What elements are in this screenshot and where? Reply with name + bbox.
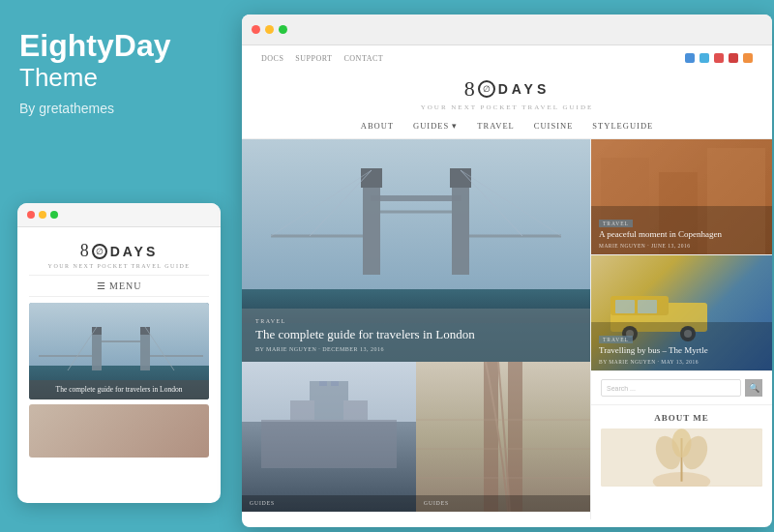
mobile-dot-green	[50, 211, 58, 219]
nav-cuisine[interactable]: CUISINE	[534, 121, 574, 131]
browser-bar	[242, 15, 772, 45]
van-category: TRAVEL	[599, 336, 633, 343]
svg-point-49	[672, 429, 692, 458]
mobile-logo-days: DAYS	[110, 244, 159, 259]
site-main: TRAVEL The complete guide for travelers …	[242, 139, 772, 519]
about-title: ABOUT ME	[601, 413, 762, 423]
rss-icon[interactable]	[743, 53, 753, 63]
mobile-logo-number: 8	[80, 241, 89, 261]
hero-scene	[242, 139, 590, 323]
svg-line-19	[461, 170, 522, 236]
mobile-content: 8 ∅ DAYS YOUR NEXT POCKET TRAVEL GUIDE ☰…	[17, 227, 221, 467]
right-card-copenhagen: TRAVEL A peaceful moment in Copenhagen M…	[591, 139, 772, 255]
theme-author: By gretathemes	[19, 101, 221, 116]
hero-meta: By MARIE NGUYEN · DECEMBER 13, 2016	[255, 346, 577, 352]
right-card-van: TRAVEL Travelling by bus – The Myrtle By…	[591, 255, 772, 371]
nav-styleguide[interactable]: STYLEGUIDE	[592, 121, 653, 131]
castle-svg	[261, 381, 397, 468]
site-top-nav-right	[685, 53, 753, 63]
cph-overlay: TRAVEL A peaceful moment in Copenhagen M…	[591, 206, 772, 254]
mobile-hero-overlay: The complete guide for travelers in Lond…	[29, 380, 209, 399]
browser-dot-red	[252, 25, 260, 34]
mobile-tagline: YOUR NEXT POCKET TRAVEL GUIDE	[29, 263, 209, 269]
castle-overlay: GUIDES	[242, 495, 416, 512]
theme-title: EightyDay Theme	[19, 29, 221, 93]
site-tagline: YOUR NEXT POCKET TRAVEL GUIDE	[261, 103, 753, 111]
svg-rect-23	[331, 381, 339, 386]
site-main-nav: ABOUT GUIDES ▾ TRAVEL CUISINE STYLEGUIDE	[261, 115, 753, 133]
sidebar-column: TRAVEL A peaceful moment in Copenhagen M…	[590, 139, 772, 519]
van-meta: By MARIE NGUYEN · MAY 13, 2016	[599, 359, 764, 365]
about-image	[601, 429, 762, 487]
svg-line-18	[271, 170, 372, 236]
mobile-menu[interactable]: ☰ MENU	[29, 275, 209, 297]
arch-bridge-svg	[416, 362, 590, 512]
site-top-nav: DOCS SUPPORT CONTACT	[261, 53, 753, 63]
about-svg	[601, 429, 762, 487]
bridge-overlay: GUIDES	[416, 495, 590, 512]
castle-scene	[242, 362, 416, 512]
google-icon[interactable]	[714, 53, 724, 63]
sidebar-search: Search ... 🔍	[591, 371, 772, 405]
svg-line-17	[310, 170, 372, 236]
desktop-preview: DOCS SUPPORT CONTACT 8 ∅ DAYS	[242, 15, 772, 527]
site-header: DOCS SUPPORT CONTACT 8 ∅ DAYS	[242, 45, 772, 139]
van-overlay: TRAVEL Travelling by bus – The Myrtle By…	[591, 322, 772, 370]
site-logo-days: DAYS	[498, 81, 551, 97]
facebook-icon[interactable]	[685, 53, 695, 63]
browser-dot-yellow	[265, 25, 274, 34]
site-logo-area: 8 ∅ DAYS YOUR NEXT POCKET TRAVEL GUIDE	[261, 69, 753, 115]
nav-guides[interactable]: GUIDES ▾	[413, 121, 458, 131]
site-logo-row: 8 ∅ DAYS	[261, 76, 753, 102]
article-thumb-bridge: GUIDES	[416, 362, 590, 512]
search-placeholder: Search ...	[607, 385, 636, 392]
content-column: TRAVEL The complete guide for travelers …	[242, 139, 590, 519]
site-top-nav-left: DOCS SUPPORT CONTACT	[261, 54, 383, 63]
nav-about[interactable]: ABOUT	[361, 121, 394, 131]
twitter-icon[interactable]	[700, 53, 709, 63]
svg-rect-42	[615, 300, 635, 313]
nav-docs[interactable]: DOCS	[261, 54, 283, 63]
pinterest-icon[interactable]	[729, 53, 738, 63]
mobile-logo: 8 ∅ DAYS	[29, 241, 209, 261]
mobile-logo-circle: ∅	[92, 244, 107, 259]
sidebar-about: ABOUT ME	[591, 405, 772, 494]
search-button[interactable]: 🔍	[745, 379, 762, 397]
browser-content: DOCS SUPPORT CONTACT 8 ∅ DAYS	[242, 45, 772, 527]
svg-rect-26	[261, 420, 397, 468]
svg-rect-43	[638, 300, 657, 313]
svg-line-20	[461, 170, 561, 236]
mobile-dot-yellow	[39, 211, 46, 219]
cph-category: TRAVEL	[599, 220, 633, 227]
svg-rect-22	[319, 381, 327, 386]
nav-travel[interactable]: TRAVEL	[477, 121, 514, 131]
site-logo-circle-icon: ∅	[478, 80, 495, 98]
mobile-dot-red	[27, 211, 35, 219]
svg-rect-13	[371, 195, 461, 201]
mobile-hero-text: The complete guide for travelers in Lond…	[35, 385, 203, 395]
cph-meta: MARIE NGUYEN · JUNE 13, 2016	[599, 243, 764, 249]
cph-title: A peaceful moment in Copenhagen	[599, 229, 764, 241]
mobile-traffic-lights	[17, 203, 221, 227]
mobile-bridge-svg	[39, 322, 203, 380]
article-thumb-castle: GUIDES	[242, 362, 416, 512]
mobile-preview: 8 ∅ DAYS YOUR NEXT POCKET TRAVEL GUIDE ☰…	[17, 203, 221, 503]
hero-overlay: TRAVEL The complete guide for travelers …	[242, 309, 590, 362]
arch-scene	[416, 362, 590, 512]
mobile-hero-image: The complete guide for travelers in Lond…	[29, 303, 209, 399]
castle-category: GUIDES	[250, 500, 408, 506]
hero-title: The complete guide for travelers in Lond…	[255, 327, 577, 343]
hero-image: TRAVEL The complete guide for travelers …	[242, 139, 590, 362]
bridge-category: GUIDES	[424, 500, 582, 506]
site-logo-number: 8	[464, 76, 475, 102]
search-input[interactable]: Search ...	[601, 379, 741, 397]
browser-dot-green	[279, 25, 287, 34]
mobile-second-image	[29, 404, 209, 458]
nav-support[interactable]: SUPPORT	[295, 54, 332, 63]
svg-rect-3	[140, 327, 150, 335]
svg-rect-28	[508, 362, 522, 512]
hero-bridge-svg	[271, 159, 561, 294]
nav-contact[interactable]: CONTACT	[344, 54, 384, 63]
svg-rect-2	[92, 327, 102, 335]
article-row: GUIDES	[242, 362, 590, 512]
